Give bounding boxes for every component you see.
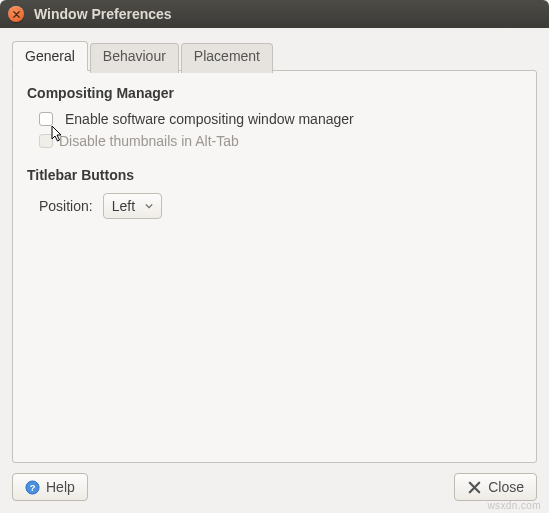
close-button[interactable]: Close xyxy=(454,473,537,501)
enable-compositing-checkbox[interactable] xyxy=(39,112,53,126)
help-button-label: Help xyxy=(46,479,75,495)
close-button-label: Close xyxy=(488,479,524,495)
chevron-down-icon xyxy=(145,202,153,210)
window-body: General Behaviour Placement Compositing … xyxy=(0,28,549,513)
close-x-icon xyxy=(467,480,482,495)
disable-thumbs-label: Disable thumbnails in Alt-Tab xyxy=(59,133,239,149)
position-label: Position: xyxy=(39,198,93,214)
watermark: wsxdn.com xyxy=(487,500,541,511)
help-button[interactable]: ? Help xyxy=(12,473,88,501)
titlebar: Window Preferences xyxy=(0,0,549,28)
position-value: Left xyxy=(112,198,135,214)
titlebar-buttons-heading: Titlebar Buttons xyxy=(27,167,522,183)
enable-compositing-row: Enable software compositing window manag… xyxy=(39,111,522,127)
button-bar: ? Help Close xyxy=(12,473,537,501)
window-close-button[interactable] xyxy=(8,6,24,22)
tab-bar: General Behaviour Placement xyxy=(12,41,537,71)
position-row: Position: Left xyxy=(39,193,522,219)
tab-placement[interactable]: Placement xyxy=(181,43,273,73)
disable-thumbs-row: Disable thumbnails in Alt-Tab xyxy=(39,133,522,149)
close-icon xyxy=(12,10,21,19)
help-icon: ? xyxy=(25,480,40,495)
compositing-heading: Compositing Manager xyxy=(27,85,522,101)
tab-behaviour[interactable]: Behaviour xyxy=(90,43,179,73)
window-title: Window Preferences xyxy=(34,6,172,22)
svg-text:?: ? xyxy=(30,483,36,493)
tab-general[interactable]: General xyxy=(12,41,88,71)
tab-panel-general: Compositing Manager Enable software comp… xyxy=(12,70,537,463)
enable-compositing-label: Enable software compositing window manag… xyxy=(65,111,354,127)
position-dropdown[interactable]: Left xyxy=(103,193,162,219)
